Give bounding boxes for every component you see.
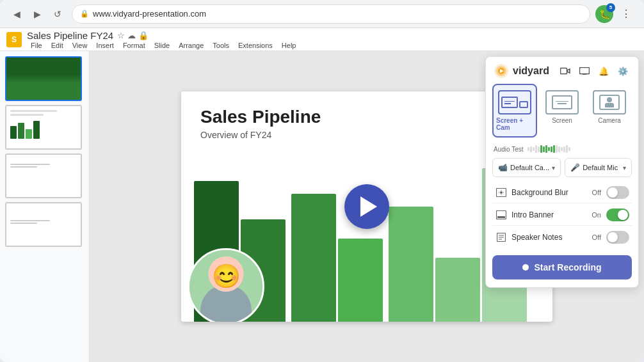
- background-blur-icon: [495, 187, 508, 198]
- speaker-notes-toggle[interactable]: [606, 231, 629, 244]
- url-text: www.vidyard-presentation.com: [93, 9, 206, 19]
- tab-camera-label: Camera: [598, 117, 621, 124]
- star-icon[interactable]: ☆: [117, 31, 125, 40]
- slides-app-bar: S Sales Pipeline FY24 ☆ ☁ 🔒 File Edit Vi…: [0, 28, 644, 51]
- slide-thumbnail-4[interactable]: [5, 202, 82, 247]
- device-selectors: 📹 Default Ca... ▾ 🎤 Default Mic ▾: [486, 155, 638, 180]
- menu-help[interactable]: Help: [278, 42, 300, 49]
- audio-bars: [527, 145, 631, 153]
- svg-rect-9: [497, 216, 505, 218]
- vidyard-header: vidyard 🔔 ⚙️: [486, 57, 638, 79]
- audio-test-bar: Audio Test: [486, 143, 638, 155]
- speaker-notes-icon: [495, 232, 508, 242]
- menu-edit[interactable]: Edit: [47, 42, 67, 49]
- settings-rows: Background Blur Off Intro Banner On: [486, 180, 638, 250]
- cloud-icon: ☁: [127, 31, 136, 40]
- audio-test-label: Audio Test: [494, 146, 524, 153]
- menu-view[interactable]: View: [68, 42, 92, 49]
- slide-subtitle: Overview of FY24: [200, 130, 533, 140]
- reload-button[interactable]: ↺: [49, 5, 67, 23]
- tab-camera-icon: [593, 90, 626, 114]
- menu-arrange[interactable]: Arrange: [175, 42, 207, 49]
- address-bar[interactable]: 🔒 www.vidyard-presentation.com: [72, 4, 590, 24]
- vidyard-screen-icon[interactable]: [577, 63, 592, 79]
- browser-window: ◀ ▶ ↺ 🔒 www.vidyard-presentation.com 🐛 5…: [0, 0, 644, 362]
- menu-format[interactable]: Format: [119, 42, 149, 49]
- tab-screen-label: Screen: [552, 117, 572, 124]
- mic-chevron-icon: ▾: [623, 164, 626, 171]
- tab-screen-cam[interactable]: Screen + Cam: [492, 84, 537, 138]
- speaker-notes-label: Speaker Notes: [511, 233, 592, 242]
- extension-badge: 5: [606, 3, 615, 12]
- menu-extensions[interactable]: Extensions: [234, 42, 277, 49]
- back-button[interactable]: ◀: [8, 5, 26, 23]
- doc-title-area: Sales Pipeline FY24 ☆ ☁ 🔒 File Edit View…: [27, 30, 638, 49]
- toggle-knob: [618, 210, 628, 220]
- menu-tools[interactable]: Tools: [209, 42, 233, 49]
- intro-banner-status: On: [592, 211, 601, 219]
- slides-sidebar: [0, 51, 90, 362]
- vidyard-settings-icon[interactable]: ⚙️: [615, 63, 631, 79]
- menu-file[interactable]: File: [27, 42, 46, 49]
- camera-device-icon: 📹: [498, 163, 508, 172]
- main-content: Sales Pipeline Overview of FY24: [0, 51, 644, 362]
- svg-point-7: [500, 191, 503, 194]
- svg-rect-4: [580, 68, 590, 74]
- doc-menu-bar: File Edit View Insert Format Slide Arran…: [27, 42, 638, 49]
- background-blur-label: Background Blur: [511, 188, 592, 197]
- tab-screen-cam-label: Screen + Cam: [496, 117, 533, 131]
- record-dot-icon: [522, 264, 529, 271]
- vidyard-logo-text: vidyard: [513, 65, 549, 77]
- lock-icon: 🔒: [80, 10, 89, 18]
- background-blur-status: Off: [592, 189, 601, 196]
- tab-screen[interactable]: Screen: [540, 84, 584, 138]
- tab-camera[interactable]: Camera: [587, 84, 632, 138]
- slide-title: Sales Pipeline: [200, 107, 533, 127]
- slide-thumbnail-1[interactable]: [5, 56, 82, 101]
- lock-doc-icon: 🔒: [138, 31, 149, 40]
- toggle-knob: [608, 187, 618, 198]
- tab-screen-icon: [545, 90, 579, 114]
- intro-banner-icon: [495, 210, 508, 220]
- vidyard-camera-icon[interactable]: [558, 63, 573, 79]
- tab-screen-cam-icon: [498, 90, 531, 114]
- slide-thumbnail-2[interactable]: [5, 105, 82, 150]
- toggle-knob: [608, 232, 618, 242]
- background-blur-toggle[interactable]: [606, 186, 629, 199]
- mic-select[interactable]: 🎤 Default Mic ▾: [565, 158, 632, 177]
- vidyard-header-icons: 🔔 ⚙️: [558, 63, 631, 79]
- vidyard-logo-icon: [494, 63, 509, 79]
- presenter-avatar: 😊: [188, 248, 264, 322]
- doc-title-icons: ☆ ☁ 🔒: [117, 31, 149, 40]
- slides-app-icon: S: [6, 32, 22, 47]
- browser-toolbar: ◀ ▶ ↺ 🔒 www.vidyard-presentation.com 🐛 5…: [0, 0, 644, 28]
- start-recording-button[interactable]: Start Recording: [492, 255, 632, 279]
- vidyard-bell-icon[interactable]: 🔔: [596, 63, 611, 79]
- browser-more-button[interactable]: ⋮: [616, 4, 636, 24]
- camera-select[interactable]: 📹 Default Ca... ▾: [492, 158, 561, 177]
- forward-button[interactable]: ▶: [28, 5, 46, 23]
- menu-slide[interactable]: Slide: [150, 42, 173, 49]
- menu-insert[interactable]: Insert: [92, 42, 118, 49]
- slide-thumbnail-3[interactable]: [5, 153, 82, 198]
- mic-device-icon: 🎤: [570, 163, 580, 172]
- start-recording-label: Start Recording: [534, 262, 601, 272]
- vidyard-panel: vidyard 🔔 ⚙️: [485, 56, 639, 288]
- doc-title-text: Sales Pipeline FY24: [27, 30, 113, 41]
- setting-row-background-blur: Background Blur Off: [492, 182, 632, 203]
- setting-row-intro-banner: Intro Banner On: [492, 205, 632, 226]
- vidyard-extension-icon[interactable]: 🐛 5: [595, 5, 613, 23]
- camera-chevron-icon: ▾: [552, 164, 555, 171]
- speaker-notes-status: Off: [592, 233, 601, 241]
- play-button[interactable]: [344, 184, 389, 229]
- recording-tabs: Screen + Cam Screen: [486, 79, 638, 143]
- camera-device-name: Default Ca...: [510, 164, 549, 171]
- intro-banner-label: Intro Banner: [511, 210, 592, 219]
- vidyard-logo: vidyard: [494, 63, 549, 79]
- mic-device-name: Default Mic: [583, 164, 620, 171]
- doc-title: Sales Pipeline FY24 ☆ ☁ 🔒: [27, 30, 638, 41]
- svg-rect-3: [561, 68, 567, 74]
- setting-row-speaker-notes: Speaker Notes Off: [492, 227, 632, 248]
- browser-actions: 🐛 5 ⋮: [595, 4, 636, 24]
- intro-banner-toggle[interactable]: [606, 209, 629, 221]
